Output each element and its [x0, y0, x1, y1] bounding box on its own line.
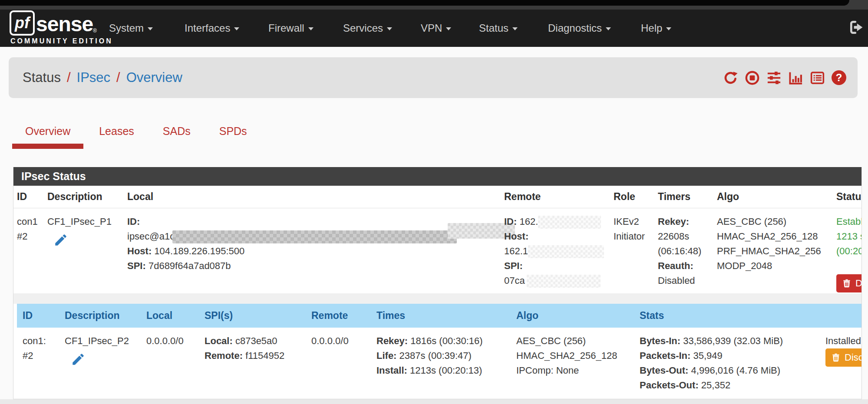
- nav-item-label: VPN: [421, 22, 442, 34]
- nav-item-label: Help: [641, 22, 662, 34]
- spi-local-value: c873e5a0: [235, 335, 277, 346]
- breadcrumb: Status / IPsec / Overview: [23, 57, 182, 98]
- breadcrumb-link-ipsec[interactable]: IPsec: [77, 70, 111, 85]
- remote-spi-value: 07ca: [504, 275, 525, 286]
- tab-leases[interactable]: Leases: [86, 119, 147, 149]
- col-algo: Algo: [516, 310, 538, 322]
- logo-pf-text: pf: [15, 14, 30, 32]
- disconnect-button-label: Disconnect: [845, 352, 862, 363]
- child-id-cell: con1: #2: [23, 328, 62, 363]
- reauth-label: Reauth:: [658, 260, 693, 271]
- child-id: con1:: [23, 334, 62, 348]
- disconnect-button[interactable]: Disconnect: [836, 274, 862, 292]
- local-spi-label: SPI:: [127, 260, 146, 271]
- life-label: Life:: [376, 350, 396, 361]
- pfsense-logo[interactable]: pf sense ®: [10, 10, 97, 36]
- nav-item-label: System: [109, 22, 144, 34]
- col-role: Role: [614, 191, 635, 203]
- ike-id-cell: con1 #2: [17, 208, 45, 244]
- remote-host-label: Host:: [504, 231, 528, 242]
- remote-host-value: 162.1: [504, 246, 528, 256]
- child-spi-cell: Local: c873e5a0 Remote: f1154952: [205, 328, 309, 363]
- ike-version: IKEv2: [614, 214, 657, 229]
- disconnect-button[interactable]: Disconnect: [825, 348, 862, 367]
- local-id-value: ipsec@a1o: [127, 231, 175, 242]
- top-strip-black: [0, 0, 849, 6]
- install-label: Install:: [376, 365, 407, 376]
- redaction-block: [528, 245, 604, 258]
- col-spis: SPI(s): [205, 310, 233, 322]
- col-algo: Algo: [717, 191, 739, 203]
- pfsense-logo-pf-box: pf: [10, 10, 35, 36]
- col-local: Local: [146, 310, 172, 322]
- local-host-label: Host:: [127, 246, 152, 256]
- disconnect-button-label: Disconnect: [855, 278, 862, 289]
- ike-description: CF1_IPsec_P1: [47, 214, 125, 229]
- ipsec-status-panel: IPsec Status ID Description Local Remote…: [13, 167, 862, 399]
- nav-item-status[interactable]: Status: [479, 22, 518, 34]
- nav-item-help[interactable]: Help: [641, 22, 671, 34]
- tab-overview[interactable]: Overview: [12, 119, 83, 149]
- edit-pencil-icon[interactable]: [53, 233, 68, 247]
- page-background-strip: [0, 399, 868, 404]
- nav-item-diagnostics[interactable]: Diagnostics: [548, 22, 611, 34]
- nav-item-services[interactable]: Services: [343, 22, 392, 34]
- child-times-cell: Rekey: 1816s (00:30:16) Life: 2387s (00:…: [376, 328, 515, 378]
- edit-pencil-icon[interactable]: [71, 352, 86, 367]
- child-table-row: con1: #2 CF1_IPsec_P2 0.0.0.0/0 Local: c…: [13, 328, 862, 399]
- child-status-cell: Installed Disconnect: [825, 328, 862, 348]
- logo-sense-text: sense: [36, 13, 93, 36]
- ike-id-num: #2: [17, 229, 45, 244]
- ike-local-cell: ID: ipsec@a1o Host: 104.189.226.195:500 …: [127, 208, 501, 273]
- algo-prf: PRF_HMAC_SHA2_256: [717, 244, 825, 259]
- child-local-network: 0.0.0.0/0: [146, 334, 201, 348]
- col-remote: Remote: [311, 310, 348, 322]
- remote-id-label: ID:: [504, 216, 517, 227]
- breadcrumb-link-overview[interactable]: Overview: [126, 70, 182, 85]
- col-times: Times: [376, 310, 405, 322]
- algo-integrity: HMAC_SHA2_256_128: [516, 348, 638, 363]
- tab-spds[interactable]: SPDs: [206, 119, 260, 149]
- remote-id-value: 162.: [519, 216, 538, 227]
- sliders-icon[interactable]: [766, 70, 782, 85]
- algo-integrity: HMAC_SHA2_256_128: [717, 229, 825, 244]
- ike-role: Initiator: [614, 229, 657, 244]
- col-timers: Timers: [658, 191, 690, 203]
- local-spi-value: 7d689f64a7ad087b: [149, 260, 231, 271]
- bytes-out-label: Bytes-Out:: [640, 365, 688, 376]
- help-icon[interactable]: ?: [832, 70, 846, 85]
- rekey-label: Rekey:: [658, 216, 689, 227]
- traffic-graph-icon[interactable]: [788, 70, 803, 85]
- col-id: ID: [23, 310, 33, 322]
- breadcrumb-bar: Status / IPsec / Overview ?: [9, 57, 858, 98]
- logout-icon[interactable]: [848, 19, 865, 36]
- child-header-band: [17, 304, 862, 328]
- chevron-down-icon: [234, 27, 239, 30]
- nav-item-interfaces[interactable]: Interfaces: [185, 22, 239, 34]
- child-id-num: #2: [23, 348, 62, 363]
- bytes-in-label: Bytes-In:: [640, 335, 680, 346]
- chevron-down-icon: [446, 27, 451, 30]
- rekey-time: (06:16:48): [658, 244, 715, 259]
- ike-role-cell: IKEv2 Initiator: [614, 208, 657, 244]
- logo-registered-mark: ®: [93, 28, 97, 34]
- log-list-icon[interactable]: [810, 70, 825, 85]
- nav-item-label: Status: [479, 22, 508, 34]
- chevron-down-icon: [387, 27, 392, 30]
- algo-encryption: AES_CBC (256): [717, 214, 825, 229]
- algo-ipcomp: IPComp: None: [516, 363, 638, 378]
- nav-item-vpn[interactable]: VPN: [421, 22, 451, 34]
- nav-item-firewall[interactable]: Firewall: [268, 22, 314, 34]
- nav-item-label: Diagnostics: [548, 22, 602, 34]
- refresh-icon[interactable]: [723, 70, 738, 85]
- ike-table-row: con1 #2 CF1_IPsec_P1 ID: ipsec@a1o Host:…: [13, 208, 862, 293]
- spi-remote-label: Remote:: [205, 350, 243, 361]
- stop-icon[interactable]: [745, 70, 760, 85]
- tab-sads[interactable]: SADs: [150, 119, 204, 149]
- life-value: 2387s (00:39:47): [399, 350, 472, 361]
- tab-bar: Overview Leases SADs SPDs: [12, 119, 263, 149]
- nav-item-system[interactable]: System: [109, 22, 153, 34]
- install-value: 1213s (00:20:13): [410, 365, 482, 376]
- breadcrumb-separator: /: [67, 70, 71, 85]
- remote-spi-label: SPI:: [504, 260, 523, 271]
